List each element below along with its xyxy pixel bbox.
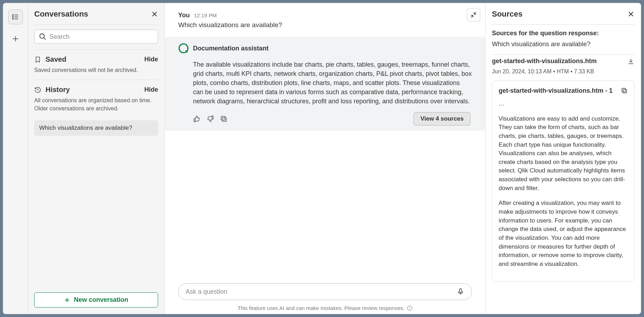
download-icon [627, 58, 634, 65]
sources-title: Sources [492, 10, 523, 19]
mic-icon [457, 288, 464, 295]
assistant-avatar-icon [178, 43, 189, 54]
svg-line-11 [44, 38, 46, 39]
close-icon [627, 11, 634, 18]
source-file-meta: Jun 20, 2024, 10:13 AM • HTM • 7.33 KB [492, 68, 634, 75]
history-label: History [46, 86, 70, 94]
conversations-title: Conversations [34, 10, 88, 19]
close-icon [151, 11, 158, 18]
source-file-row: get-started-with-visualizations.htm [492, 57, 634, 65]
user-timestamp: 12:19 PM [194, 12, 217, 18]
new-conversation-button[interactable]: New conversation [34, 292, 158, 307]
close-sources-button[interactable] [627, 11, 634, 18]
copy-button[interactable] [220, 115, 228, 123]
ask-input[interactable] [186, 288, 457, 295]
open-source-button[interactable] [621, 87, 628, 94]
user-message-text: Which visualizations are available? [178, 21, 472, 29]
svg-line-14 [474, 12, 476, 14]
saved-section-header: Saved Hide [34, 50, 158, 66]
plus-icon [64, 297, 70, 303]
source-excerpt-p2: After creating a visualization, you may … [499, 199, 628, 268]
svg-rect-26 [622, 88, 625, 92]
chat-scroll: You 12:19 PM Which visualizations are av… [165, 3, 485, 283]
source-excerpt-card: get-started-with-visualizations.htm - 1 … [492, 80, 634, 282]
history-item[interactable]: Which visualizations are available? [34, 120, 158, 136]
svg-point-0 [12, 14, 13, 16]
assistant-response-text: The available visualizations include bar… [193, 60, 472, 106]
ask-box[interactable] [178, 283, 472, 300]
collapse-icon [470, 11, 477, 18]
svg-rect-17 [222, 118, 226, 122]
source-ellipsis: … [499, 99, 628, 108]
download-source-button[interactable] [627, 58, 634, 65]
collapse-sources-button[interactable] [467, 8, 480, 22]
saved-hide-toggle[interactable]: Hide [144, 56, 158, 63]
svg-line-15 [471, 16, 473, 18]
conversations-panel-toggle[interactable] [8, 10, 23, 24]
mic-button[interactable] [457, 288, 464, 295]
assistant-actions: View 4 sources [193, 112, 470, 126]
thumbs-down-button[interactable] [206, 115, 214, 123]
svg-point-22 [409, 307, 410, 307]
info-icon [407, 305, 413, 311]
app-frame: Conversations Saved [3, 3, 641, 314]
view-sources-button[interactable]: View 4 sources [414, 112, 470, 126]
conversations-panel: Conversations Saved [28, 3, 165, 314]
search-icon [39, 33, 47, 41]
svg-rect-18 [221, 116, 225, 120]
svg-point-10 [40, 34, 44, 38]
history-description: All conversations are organized based on… [34, 97, 158, 118]
thumbs-up-icon [193, 115, 201, 123]
open-external-icon [621, 87, 628, 94]
bookmark-icon [34, 56, 41, 63]
sources-panel[interactable]: Sources Sources for the question respons… [486, 3, 641, 314]
history-hide-toggle[interactable]: Hide [144, 86, 158, 93]
divider [492, 24, 634, 25]
copy-icon [220, 115, 228, 123]
user-name: You [178, 12, 190, 19]
conversations-header: Conversations [34, 10, 158, 24]
sources-question: Which visualizations are available? [492, 41, 634, 48]
svg-point-4 [12, 18, 13, 19]
source-excerpt-p1: Visualizations are easy to add and custo… [499, 115, 628, 193]
ai-disclaimer: This feature uses AI and can make mistak… [165, 303, 485, 314]
saved-label: Saved [46, 55, 66, 63]
divider [492, 54, 634, 55]
plus-icon [12, 35, 19, 43]
new-conversation-label: New conversation [74, 296, 128, 304]
thumbs-up-button[interactable] [193, 115, 201, 123]
chat-panel: You 12:19 PM Which visualizations are av… [165, 3, 486, 314]
input-area [165, 283, 485, 303]
list-icon [12, 13, 19, 21]
source-excerpt-title: get-started-with-visualizations.htm - 1 [499, 87, 613, 95]
sources-header: Sources [492, 10, 634, 24]
close-conversations-button[interactable] [151, 11, 158, 18]
svg-rect-19 [459, 289, 462, 293]
new-button[interactable] [8, 31, 23, 46]
nav-rail [3, 3, 28, 314]
svg-point-2 [12, 17, 13, 18]
source-excerpt-body: … Visualizations are easy to add and cus… [499, 99, 628, 269]
assistant-message: Documentation assistant The available vi… [165, 37, 485, 130]
source-file-name: get-started-with-visualizations.htm [492, 57, 597, 65]
history-icon [34, 86, 41, 93]
svg-rect-25 [623, 90, 627, 93]
search-wrap [34, 25, 158, 49]
assistant-name: Documentation assistant [193, 45, 269, 52]
search-box[interactable] [34, 30, 158, 44]
user-message: You 12:19 PM Which visualizations are av… [178, 12, 472, 29]
search-input[interactable] [49, 33, 154, 41]
saved-description: Saved conversations will not be archived… [34, 66, 158, 80]
sources-for-label: Sources for the question response: [492, 30, 634, 37]
history-section-header: History Hide [34, 80, 158, 97]
thumbs-down-icon [206, 115, 214, 123]
